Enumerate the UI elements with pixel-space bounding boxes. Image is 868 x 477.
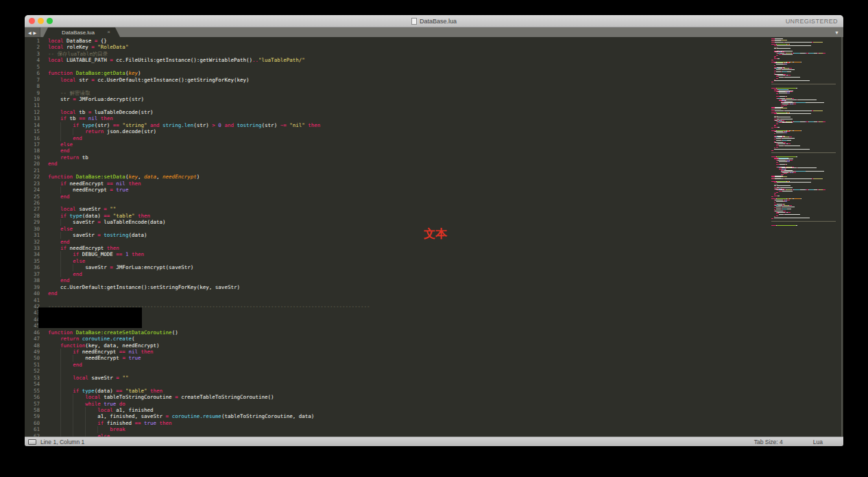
close-window-icon[interactable] (29, 18, 35, 24)
vintage-mode-icon[interactable] (28, 439, 36, 445)
redaction-box (38, 307, 142, 328)
status-bar: Line 1, Column 1 Tab Size: 4 Lua (25, 437, 843, 446)
line-number-gutter: 1234567891011121314151617181920212223242… (25, 38, 40, 437)
traffic-lights (29, 15, 53, 27)
tab-close-icon[interactable]: × (107, 28, 110, 36)
minimize-window-icon[interactable] (38, 18, 44, 24)
minimap[interactable] (771, 38, 840, 226)
document-icon (411, 18, 417, 25)
back-arrow-icon[interactable]: ◀ (28, 30, 32, 35)
unregistered-badge: UNREGISTERED (786, 15, 838, 27)
tab-nav-box: ◀ ▶ (25, 27, 40, 37)
tab-overflow-icon[interactable]: ▼ (834, 27, 839, 37)
tab-label: DataBase.lua (62, 30, 95, 36)
title-bar[interactable]: DataBase.lua UNREGISTERED (25, 15, 843, 27)
tab-bar: ◀ ▶ DataBase.lua × ▼ (25, 27, 843, 37)
window-title-group: DataBase.lua (411, 18, 457, 25)
cursor-position[interactable]: Line 1, Column 1 (40, 439, 84, 445)
red-text-annotation: 文本 (424, 226, 447, 242)
code-area[interactable]: local DataBase = {}local roleKey = "Role… (48, 38, 769, 437)
forward-arrow-icon[interactable]: ▶ (34, 30, 37, 35)
window-title: DataBase.lua (420, 18, 457, 25)
scrollbar-track[interactable] (841, 37, 843, 437)
tab-size-indicator[interactable]: Tab Size: 4 (754, 439, 783, 445)
tab-database-lua[interactable]: DataBase.lua × (43, 27, 120, 37)
zoom-window-icon[interactable] (47, 18, 53, 24)
syntax-indicator[interactable]: Lua (813, 439, 823, 445)
